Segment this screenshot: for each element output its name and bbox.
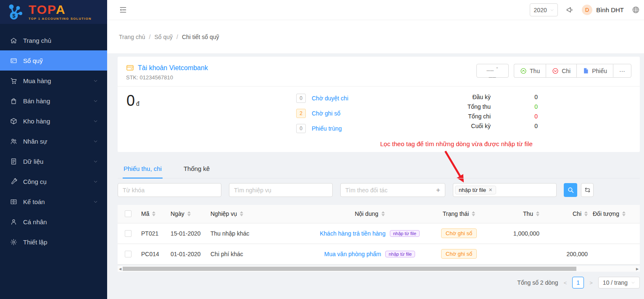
main-area: 2020 D Bình DHT Trang chủ / Sổ quỹ / Chi… <box>107 0 644 299</box>
select-all-header <box>118 205 139 223</box>
queue-link[interactable]: Chờ duyệt chi <box>312 95 348 102</box>
sidebar-item-ca-nhan[interactable]: Cá nhân <box>0 212 107 232</box>
table-row: PT021 15-01-2020 Thu nhập khác Khách hàn… <box>118 223 640 244</box>
voucher-link[interactable]: Mua văn phòng phẩm <box>324 251 381 257</box>
voucher-link[interactable]: Khách hàng trả tiền hàng <box>320 230 385 237</box>
col-trang-thai[interactable]: Trạng thái <box>431 205 487 223</box>
row-checkbox[interactable] <box>125 251 131 257</box>
page-size-select[interactable]: 10 / trang <box>598 277 640 289</box>
brand-logo[interactable]: $ TOPA TOP 1 ACCOUNTING SOLUTION <box>0 0 107 24</box>
chevron-down-icon <box>93 119 98 123</box>
chi-button[interactable]: Chi <box>546 64 576 78</box>
thu-button[interactable]: Thu <box>514 64 546 78</box>
date-range-button[interactable]: __ - __ <box>476 64 509 78</box>
col-noi-dung[interactable]: Nội dung <box>309 205 431 223</box>
sidebar-item-nhan-su[interactable]: Nhân sự <box>0 131 107 151</box>
scrollbar-track[interactable] <box>123 266 635 271</box>
next-page-icon[interactable]: > <box>589 280 593 286</box>
scrollbar-thumb[interactable] <box>123 267 576 271</box>
balance: 0đ <box>126 92 139 110</box>
sidebar-item-ban-hang[interactable]: Bán hàng <box>0 91 107 111</box>
menu-fold-icon[interactable] <box>119 6 127 14</box>
reset-button[interactable] <box>581 183 594 197</box>
breadcrumb-item-current: Chi tiết sổ quỹ <box>182 34 219 40</box>
period-totals: Đầu kỳ0 Tổng thu0 Tổng chi0 Cuối kỳ0 <box>436 94 538 130</box>
tab-phieu-thu-chi[interactable]: Phiếu thu, chi <box>123 161 163 178</box>
table-row: PC014 01-01-2020 Chi phí khác Mua văn ph… <box>118 244 640 264</box>
globe-icon[interactable] <box>632 6 640 14</box>
sidebar-item-trang-chu[interactable]: Trang chủ <box>0 30 107 50</box>
row-checkbox[interactable] <box>125 230 131 237</box>
queue-phieu-trung: 0 Phiếu trùng <box>296 124 348 133</box>
sidebar-item-ke-toan[interactable]: Kế toán <box>0 191 107 212</box>
cell-ngay: 15-01-2020 <box>168 223 208 244</box>
import-tag: nhập từ file <box>385 251 415 257</box>
content: Tài khoản Vietcombank STK: 01234567810 _… <box>107 53 644 299</box>
cell-ma: PT021 <box>139 223 168 244</box>
avatar: D <box>582 5 592 15</box>
queue-link[interactable]: Chờ ghi sổ <box>312 110 340 117</box>
cell-thu: 1,000,000 <box>487 223 542 244</box>
home-icon <box>10 37 17 44</box>
sidebar-item-cong-cu[interactable]: Công cụ <box>0 171 107 191</box>
keyword-input[interactable] <box>118 183 221 197</box>
count-badge: 2 <box>296 109 306 118</box>
year-select[interactable]: 2020 <box>530 3 558 16</box>
sidebar-item-so-quy[interactable]: Sổ quỹ <box>0 50 107 71</box>
sidebar-item-du-lieu[interactable]: Dữ liệu <box>0 151 107 171</box>
col-ma[interactable]: Mã <box>139 205 168 223</box>
breadcrumb-separator: / <box>149 34 151 40</box>
queue-link[interactable]: Phiếu trùng <box>312 125 342 132</box>
sort-icon <box>381 211 385 216</box>
prev-page-icon[interactable]: < <box>564 280 567 286</box>
sort-icon <box>152 211 155 216</box>
breadcrumb-item-so-quy[interactable]: Sổ quỹ <box>154 34 173 40</box>
queue-cho-ghi-so: 2 Chờ ghi sổ <box>296 109 348 118</box>
col-doi-tuong[interactable]: Đối tượng <box>590 205 640 223</box>
announcement-icon[interactable] <box>566 6 574 14</box>
cell-trang-thai: Chờ ghi sổ <box>431 223 487 244</box>
col-ngay[interactable]: Ngày <box>168 205 208 223</box>
bag-icon <box>10 97 17 105</box>
pagination: Tổng số 2 dòng < 1 > 10 / trang <box>517 276 640 289</box>
scroll-right-icon[interactable]: ▶ <box>635 267 640 271</box>
tag-filter-input[interactable]: nhập từ file ✕ <box>453 183 557 197</box>
sidebar-item-thiet-lap[interactable]: Thiết lập <box>0 232 107 252</box>
divider <box>118 86 640 87</box>
data-icon <box>10 158 17 165</box>
breadcrumb-item-home[interactable]: Trang chủ <box>119 34 145 40</box>
account-title[interactable]: Tài khoản Vietcombank <box>138 64 208 72</box>
action-button-group: Thu Chi Phiếu ··· <box>514 64 631 78</box>
brand-name: TOPA <box>29 3 92 16</box>
dau-ky-value: 0 <box>491 94 538 101</box>
plus-icon[interactable]: + <box>436 186 440 194</box>
queue-cho-duyet-chi: 0 Chờ duyệt chi <box>296 94 348 103</box>
cashbook-icon <box>10 57 17 64</box>
page-number[interactable]: 1 <box>572 277 584 289</box>
tab-thong-ke[interactable]: Thống kê <box>183 161 211 178</box>
sidebar: $ TOPA TOP 1 ACCOUNTING SOLUTION Trang c… <box>0 0 107 299</box>
chevron-down-icon <box>93 79 98 83</box>
user-menu[interactable]: D Bình DHT <box>582 5 624 15</box>
sidebar-item-mua-hang[interactable]: Mua hàng <box>0 71 107 91</box>
tool-icon <box>10 178 17 185</box>
select-all-checkbox[interactable] <box>125 210 131 217</box>
box-icon <box>10 118 17 125</box>
business-input[interactable] <box>229 183 333 197</box>
sidebar-item-kho-hang[interactable]: Kho hàng <box>0 111 107 131</box>
horizontal-scrollbar[interactable]: ◀ ▶ <box>118 266 640 272</box>
chevron-down-icon <box>93 99 98 103</box>
partner-select[interactable]: Tìm theo đối tác + <box>340 183 445 197</box>
user-name: Bình DHT <box>596 6 624 13</box>
cell-chi <box>542 223 590 244</box>
search-button[interactable] <box>564 183 577 197</box>
sort-icon <box>187 211 191 216</box>
annotation-text: Lọc theo tag để tìm những dòng vừa được … <box>380 140 533 147</box>
remove-tag-icon[interactable]: ✕ <box>489 187 492 193</box>
col-nghiep-vu[interactable]: Nghiệp vụ <box>208 205 309 223</box>
more-button[interactable]: ··· <box>613 64 631 78</box>
col-chi[interactable]: Chi <box>542 205 590 223</box>
col-thu[interactable]: Thu <box>487 205 542 223</box>
phieu-button[interactable]: Phiếu <box>576 64 613 78</box>
scroll-left-icon[interactable]: ◀ <box>118 267 123 271</box>
